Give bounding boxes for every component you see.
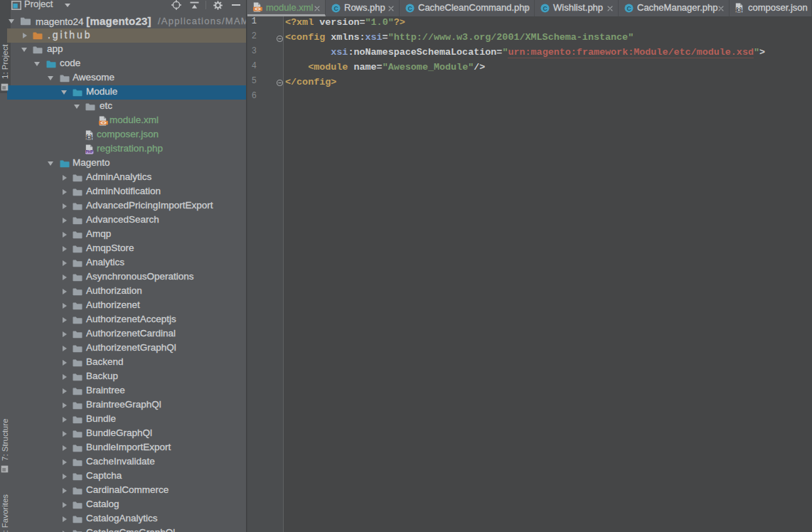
svg-text:<>: <>	[100, 120, 107, 126]
svg-text:C: C	[333, 5, 338, 12]
svg-text:C: C	[407, 5, 412, 12]
svg-text:PHP: PHP	[85, 149, 93, 154]
svg-text:<>: <>	[255, 6, 261, 12]
svg-text:C: C	[626, 5, 631, 12]
svg-text:C: C	[543, 5, 547, 12]
